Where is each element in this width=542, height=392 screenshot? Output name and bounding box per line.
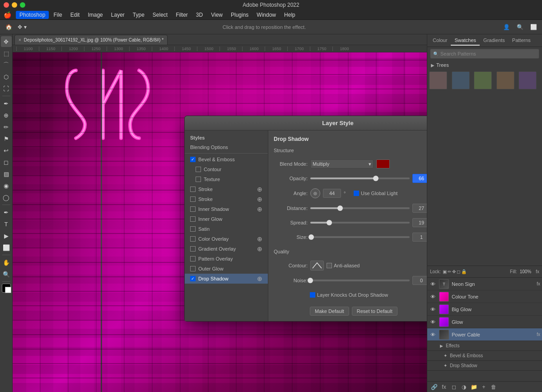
style-bevel-emboss[interactable]: Bevel & Emboss — [185, 154, 268, 164]
big-glow-visibility[interactable]: 👁 — [429, 306, 436, 313]
blending-options-item[interactable]: Blending Options — [185, 142, 268, 152]
eraser-tool[interactable]: ◻ — [1, 157, 12, 168]
lock-artboard-icon[interactable]: ◻ — [457, 269, 460, 274]
spread-slider[interactable] — [310, 222, 410, 224]
style-inner-shadow[interactable]: Inner Shadow ⊕ — [185, 204, 268, 214]
pen-tool[interactable]: ✒ — [1, 207, 12, 218]
lasso-tool[interactable]: ⌒ — [1, 60, 12, 70]
gradient-overlay-checkbox[interactable] — [190, 246, 196, 252]
pattern-swatch[interactable] — [519, 71, 537, 89]
apple-logo[interactable]: 🍎 — [4, 11, 11, 19]
noise-slider[interactable] — [310, 280, 410, 281]
menu-filter[interactable]: Filter — [172, 11, 192, 19]
swatches-tab[interactable]: Swatches — [451, 36, 480, 46]
contour-preview[interactable] — [310, 261, 324, 271]
swatches-section-header[interactable]: ▶ Trees — [427, 61, 542, 70]
shadow-color-swatch[interactable] — [376, 159, 390, 168]
patterns-tab[interactable]: Patterns — [509, 36, 534, 46]
drop-shadow-checkbox[interactable] — [190, 276, 196, 281]
power-cable-visibility[interactable]: 👁 — [429, 331, 436, 338]
stroke2-add-icon[interactable]: ⊕ — [257, 196, 262, 203]
distance-slider[interactable] — [310, 207, 410, 209]
lock-transparent-icon[interactable]: ▣ — [443, 269, 447, 274]
add-mask-btn[interactable]: ◻ — [450, 383, 458, 391]
texture-checkbox[interactable] — [196, 177, 201, 182]
neon-sign-visibility[interactable]: 👁 — [429, 280, 436, 288]
noise-input[interactable]: 0 — [412, 276, 427, 285]
pattern-overlay-checkbox[interactable] — [190, 256, 196, 261]
style-gradient-overlay[interactable]: Gradient Overlay ⊕ — [185, 244, 268, 254]
distance-thumb[interactable] — [337, 205, 343, 211]
eyedropper-tool[interactable]: ✒ — [1, 98, 12, 109]
inner-glow-checkbox[interactable] — [190, 216, 196, 222]
style-outer-glow[interactable]: Outer Glow — [185, 264, 268, 274]
reset-to-default-button[interactable]: Reset to Default — [352, 307, 397, 316]
zoom-tool[interactable]: 🔍 — [1, 269, 12, 280]
gradient-overlay-add-icon[interactable]: ⊕ — [257, 245, 262, 252]
style-inner-glow[interactable]: Inner Glow — [185, 214, 268, 224]
noise-thumb[interactable] — [308, 278, 313, 283]
satin-checkbox[interactable] — [190, 226, 196, 232]
text-tool[interactable]: T — [1, 219, 12, 229]
neon-sign-fx-icon[interactable]: fx — [537, 281, 540, 286]
style-pattern-overlay[interactable]: Pattern Overlay — [185, 254, 268, 264]
colour-tone-visibility[interactable]: 👁 — [429, 293, 436, 300]
outer-glow-checkbox[interactable] — [190, 266, 196, 271]
new-group-btn[interactable]: 📁 — [470, 383, 478, 391]
sub-layer-bevel-emboss[interactable]: ✦ Bevel & Emboss — [427, 351, 542, 361]
layer-power-cable[interactable]: 👁 Power Cable fx — [427, 328, 542, 341]
new-layer-btn[interactable]: + — [480, 383, 488, 391]
user-icon[interactable]: 👤 — [501, 22, 511, 32]
add-style-btn[interactable]: fx — [440, 383, 448, 391]
brush-tool[interactable]: ✏ — [1, 121, 12, 132]
stroke1-add-icon[interactable]: ⊕ — [257, 186, 262, 193]
object-selection-tool[interactable]: ⬡ — [1, 71, 12, 82]
traffic-lights[interactable] — [4, 2, 25, 8]
power-cable-fx-icon[interactable]: fx — [537, 332, 540, 337]
style-contour[interactable]: Contour — [185, 164, 268, 174]
pattern-swatch[interactable] — [496, 71, 514, 89]
menu-layer[interactable]: Layer — [107, 11, 128, 19]
rectangular-marquee-tool[interactable]: ⬚ — [1, 48, 12, 59]
lock-position-icon[interactable]: ✥ — [452, 269, 456, 274]
layer-neon-sign[interactable]: 👁 T Neon Sign fx — [427, 278, 542, 290]
fill-value[interactable]: 100% — [520, 269, 532, 274]
style-texture[interactable]: Texture — [185, 174, 268, 184]
style-stroke-1[interactable]: Stroke ⊕ — [185, 184, 268, 194]
healing-brush[interactable]: ⊕ — [1, 110, 12, 121]
crop-tool[interactable]: ⛶ — [1, 83, 12, 94]
layer-colour-tone[interactable]: 👁 Colour Tone — [427, 290, 542, 303]
effects-collapse-icon[interactable]: ▶ — [440, 344, 443, 348]
contour-checkbox[interactable] — [196, 167, 201, 172]
menu-edit[interactable]: Edit — [67, 11, 84, 19]
drop-shadow-add-icon[interactable]: ⊕ — [257, 275, 262, 282]
maximize-button[interactable] — [20, 2, 25, 8]
opacity-input[interactable]: 66 — [412, 174, 427, 183]
close-button[interactable] — [4, 2, 9, 8]
size-slider[interactable] — [310, 236, 410, 238]
tab-close[interactable]: × — [19, 37, 21, 42]
menu-window[interactable]: Window — [253, 11, 280, 19]
path-selection[interactable]: ▶ — [1, 230, 12, 241]
spread-thumb[interactable] — [327, 220, 332, 225]
dodge-tool[interactable]: ◯ — [1, 192, 12, 203]
menu-file[interactable]: File — [50, 11, 65, 19]
distance-input[interactable]: 27 — [412, 204, 427, 213]
menu-image[interactable]: Image — [84, 11, 106, 19]
shape-tool[interactable]: ⬜ — [1, 242, 12, 253]
bevel-emboss-checkbox[interactable] — [190, 157, 196, 162]
link-layers-btn[interactable]: 🔗 — [430, 383, 438, 391]
menu-plugins[interactable]: Plugins — [227, 11, 252, 19]
stroke2-checkbox[interactable] — [190, 196, 196, 202]
size-input[interactable]: 1 — [412, 233, 427, 242]
spread-input[interactable]: 19 — [412, 218, 427, 227]
inner-shadow-add-icon[interactable]: ⊕ — [257, 205, 262, 213]
color-overlay-add-icon[interactable]: ⊕ — [257, 235, 262, 243]
glow-visibility[interactable]: 👁 — [429, 318, 436, 326]
layer-knocks-out-checkbox[interactable] — [310, 292, 315, 298]
blur-tool[interactable]: ◉ — [1, 180, 12, 191]
fx-right-icon[interactable]: fx — [536, 269, 539, 274]
hand-tool[interactable]: ✋ — [1, 257, 12, 268]
angle-input[interactable]: 44 — [323, 189, 341, 198]
colour-tab[interactable]: Colour — [429, 36, 451, 46]
